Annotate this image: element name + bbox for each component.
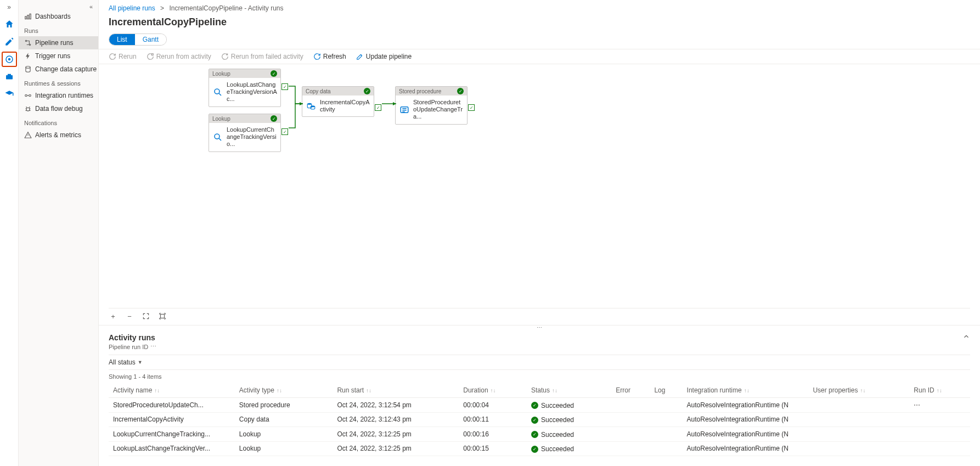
- btn-rerun-from-activity[interactable]: Rerun from activity: [147, 53, 211, 60]
- node-stored-procedure[interactable]: Stored procedure✓ StoredProceduretoUpdat…: [395, 86, 468, 125]
- expand-rail-icon[interactable]: »: [7, 3, 11, 11]
- pipeline-canvas[interactable]: Lookup✓ LookupLastChangeTrackingVersionA…: [99, 64, 980, 325]
- sort-icon: ↑↓: [491, 388, 496, 394]
- table-cell: Oct 24, 2022, 3:12:54 pm: [333, 398, 459, 413]
- sort-icon: ↑↓: [744, 388, 750, 394]
- sidebar-item-label: Alerts & metrics: [35, 131, 81, 139]
- col-duration[interactable]: Duration↑↓: [459, 383, 527, 398]
- rail-author[interactable]: [2, 34, 17, 49]
- sidebar-cdc[interactable]: Change data capture (previ...: [19, 63, 98, 76]
- table-cell: LookupCurrentChangeTracking...: [109, 427, 235, 442]
- table-cell: ⋯: [909, 398, 970, 413]
- copy-data-icon: [306, 100, 317, 111]
- rerun-activity-icon: [147, 53, 154, 60]
- table-cell: ✓Succeeded: [527, 441, 611, 456]
- output-port[interactable]: ✓: [281, 83, 288, 90]
- sidebar-dataflow-debug[interactable]: Data flow debug: [19, 102, 98, 115]
- table-cell: [808, 427, 909, 442]
- svg-rect-2: [6, 75, 13, 80]
- svg-point-14: [215, 89, 219, 94]
- activity-runs-section: Activity runs Pipeline run ID ⋯ All stat…: [99, 329, 980, 466]
- node-incremental-copy[interactable]: Copy data✓ IncrementalCopyActivity ✓: [302, 86, 374, 117]
- status-filter[interactable]: All status ▼: [109, 355, 970, 370]
- collapse-section-icon[interactable]: [962, 333, 970, 342]
- sidebar-pipeline-runs[interactable]: Pipeline runs: [19, 36, 98, 49]
- col-run-id[interactable]: Run ID↑↓: [909, 383, 970, 398]
- col-integration-runtime[interactable]: Integration runtime↑↓: [683, 383, 809, 398]
- table-cell: [808, 412, 909, 427]
- zoom-in-button[interactable]: +: [109, 312, 117, 321]
- canvas-controls: + −: [109, 308, 970, 321]
- output-port[interactable]: ✓: [281, 128, 288, 135]
- btn-refresh[interactable]: Refresh: [313, 53, 346, 60]
- table-cell: Oct 24, 2022, 3:12:43 pm: [333, 412, 459, 427]
- output-port[interactable]: ✓: [468, 104, 475, 111]
- table-row[interactable]: LookupCurrentChangeTracking...LookupOct …: [109, 427, 970, 442]
- rail-monitor[interactable]: [2, 52, 17, 67]
- fit-to-screen-button[interactable]: [142, 312, 150, 321]
- sort-icon: ↑↓: [552, 388, 557, 394]
- toolbar-label: Rerun from activity: [156, 53, 211, 60]
- rail-home[interactable]: [2, 16, 17, 32]
- table-row[interactable]: LookupLastChangeTrackingVer...LookupOct …: [109, 441, 970, 456]
- node-lookup-current-change[interactable]: Lookup✓ LookupCurrentChangeTrackingVersi…: [209, 114, 281, 152]
- collapse-sidebar-icon[interactable]: «: [19, 3, 98, 10]
- svg-rect-3: [8, 74, 11, 75]
- col-activity-name[interactable]: Activity name↑↓: [109, 383, 235, 398]
- table-cell: Lookup: [235, 427, 333, 442]
- col-log[interactable]: Log: [650, 383, 682, 398]
- col-error[interactable]: Error: [611, 383, 650, 398]
- col-status[interactable]: Status↑↓: [527, 383, 611, 398]
- sort-icon: ↑↓: [860, 388, 865, 394]
- svg-point-9: [26, 66, 30, 69]
- success-icon: ✓: [364, 88, 370, 94]
- btn-rerun-from-failed[interactable]: Rerun from failed activity: [221, 53, 303, 60]
- svg-rect-13: [151, 54, 153, 55]
- paging-info: Showing 1 - 4 items: [109, 370, 970, 383]
- status-text: Succeeded: [541, 431, 574, 439]
- breadcrumb-separator: >: [160, 4, 164, 12]
- svg-rect-5: [27, 15, 29, 19]
- pipeline-run-id-menu[interactable]: ⋯: [150, 343, 157, 350]
- table-cell: [909, 427, 970, 442]
- lookup-icon: [212, 132, 223, 143]
- table-cell: ✓Succeeded: [527, 412, 611, 427]
- table-cell: [650, 412, 682, 427]
- success-icon: ✓: [457, 88, 464, 94]
- tab-gantt[interactable]: Gantt: [135, 34, 166, 45]
- sidebar-item-label: Pipeline runs: [35, 39, 73, 47]
- col-activity-type[interactable]: Activity type↑↓: [235, 383, 333, 398]
- sidebar-dashboards[interactable]: Dashboards: [19, 10, 98, 23]
- row-menu[interactable]: ⋯: [914, 401, 921, 409]
- refresh-icon: [313, 53, 321, 60]
- sidebar: « Dashboards Runs Pipeline runs Trigger …: [19, 0, 99, 466]
- svg-rect-21: [161, 315, 165, 318]
- reset-zoom-button[interactable]: [158, 312, 167, 321]
- col-user-properties[interactable]: User properties↑↓: [808, 383, 909, 398]
- output-port[interactable]: ✓: [375, 104, 381, 111]
- breadcrumb: All pipeline runs > IncrementalCopyPipel…: [99, 0, 980, 14]
- sidebar-alerts-metrics[interactable]: Alerts & metrics: [19, 128, 98, 142]
- sidebar-integration-runtimes[interactable]: Integration runtimes: [19, 89, 98, 102]
- alert-icon: [24, 131, 32, 139]
- main-content: All pipeline runs > IncrementalCopyPipel…: [99, 0, 980, 466]
- vertical-split-handle[interactable]: ⋯: [99, 325, 980, 329]
- table-cell: [650, 398, 682, 413]
- zoom-out-button[interactable]: −: [125, 312, 134, 321]
- table-cell: [611, 412, 650, 427]
- btn-rerun[interactable]: Rerun: [109, 53, 137, 60]
- rail-learn[interactable]: [2, 87, 17, 102]
- rail-manage[interactable]: [2, 69, 17, 85]
- table-cell: Oct 24, 2022, 3:12:25 pm: [333, 441, 459, 456]
- sidebar-trigger-runs[interactable]: Trigger runs: [19, 49, 98, 63]
- col-run-start[interactable]: Run start↑↓: [333, 383, 459, 398]
- breadcrumb-root[interactable]: All pipeline runs: [109, 4, 155, 12]
- btn-update-pipeline[interactable]: Update pipeline: [356, 53, 412, 60]
- sidebar-section-notifications: Notifications: [19, 115, 98, 128]
- svg-point-15: [215, 134, 219, 139]
- tab-list[interactable]: List: [109, 34, 135, 45]
- table-row[interactable]: StoredProceduretoUpdateCh...Stored proce…: [109, 398, 970, 413]
- icon-rail: »: [0, 0, 19, 466]
- table-row[interactable]: IncrementalCopyActivityCopy dataOct 24, …: [109, 412, 970, 427]
- node-lookup-last-change[interactable]: Lookup✓ LookupLastChangeTrackingVersionA…: [209, 69, 281, 107]
